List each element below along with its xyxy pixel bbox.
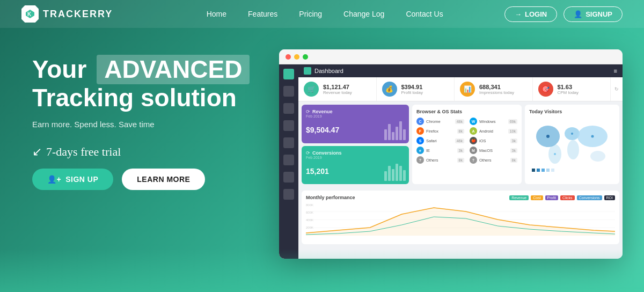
- main-dashboard: Dashboard ≡ 🛒 $1,121.47 Revenue today: [298, 64, 623, 259]
- monthly-legend: Revenue Cost Profit Clicks Conversions R…: [509, 195, 615, 200]
- profit-icon: 💰: [382, 82, 397, 97]
- window-maximize-dot: [303, 54, 308, 60]
- browser-other-icon: ?: [416, 156, 424, 164]
- person-add-icon: 👤+: [47, 175, 61, 184]
- hero-buttons: 👤+ SIGN UP LEARN MORE: [32, 169, 258, 190]
- svg-rect-15: [541, 169, 545, 172]
- browser-os-row: C Chrome 48k F Firefox 8k: [416, 118, 517, 166]
- browser-os-title: Browser & OS Stats: [416, 109, 517, 114]
- learn-more-button[interactable]: LEARN MORE: [122, 169, 205, 190]
- browser-others: ? Others 8k: [416, 156, 464, 164]
- sidebar-icon-settings: [283, 103, 294, 114]
- stat-revenue: 🛒 $1,121.47 Revenue today: [298, 77, 377, 101]
- stat-cpm: 🎯 $1.63 CPM today: [533, 77, 611, 101]
- person-plus-icon: 👤: [574, 10, 582, 18]
- nav-actions: → LOGIN 👤 SIGNUP: [504, 6, 623, 22]
- svg-point-11: [591, 135, 594, 138]
- nav-changelog[interactable]: Change Log: [343, 10, 384, 18]
- visitors-title: Today Visitors: [529, 109, 615, 114]
- login-icon: →: [515, 10, 522, 18]
- charts-area: ⟳ Revenue Feb 2019 $9,504.47: [298, 101, 623, 187]
- nav-links: Home Features Pricing Change Log Contact…: [145, 10, 504, 18]
- revenue-chart: ⟳ Revenue Feb 2019 $9,504.47: [302, 105, 409, 143]
- dash-logo-small: [304, 67, 311, 75]
- stats-row: 🛒 $1,121.47 Revenue today 💰 $394.91 Prof…: [298, 77, 623, 101]
- world-map: [529, 118, 615, 177]
- os-column: W Windows 69k A Android 10k: [470, 118, 517, 166]
- conversions-chart-bars: [384, 164, 406, 181]
- impressions-value: 688,341: [479, 84, 514, 90]
- macos-icon: M: [470, 147, 477, 154]
- hero-headline: Your ADVANCED Tracking solution: [32, 55, 258, 111]
- nav-pricing[interactable]: Pricing: [299, 10, 322, 18]
- sidebar-icon-gear: [283, 189, 294, 200]
- browser-firefox: F Firefox 8k: [416, 127, 464, 135]
- sidebar-icon-stats: [283, 120, 294, 131]
- logo[interactable]: K TRACKERRY: [21, 5, 113, 23]
- logo-text: TRACKERRY: [43, 9, 113, 20]
- nav-features[interactable]: Features: [248, 10, 277, 18]
- cpm-icon: 🎯: [538, 82, 553, 97]
- svg-point-9: [546, 135, 550, 138]
- svg-text:K: K: [27, 11, 32, 17]
- monthly-section: Monthly performance Revenue Cost Profit …: [302, 191, 619, 244]
- os-android: A Android 10k: [470, 127, 517, 135]
- navbar: K TRACKERRY Home Features Pricing Change…: [0, 0, 644, 28]
- legend-revenue: Revenue: [509, 195, 529, 200]
- hero-signup-button[interactable]: 👤+ SIGN UP: [32, 169, 113, 190]
- window-minimize-dot: [294, 54, 299, 60]
- legend-conversions: Conversions: [577, 195, 602, 200]
- revenue-value: $1,121.47: [323, 84, 352, 90]
- nav-home[interactable]: Home: [207, 10, 226, 18]
- chrome-icon: C: [416, 118, 424, 125]
- sidebar-icon-person: [283, 172, 294, 182]
- android-icon: A: [470, 127, 477, 135]
- free-trial-label: ↙ 7-days free trial: [32, 145, 258, 159]
- sidebar-icon-users: [283, 137, 294, 148]
- browsers-column: C Chrome 48k F Firefox 8k: [416, 118, 464, 166]
- impressions-label: Impressions today: [479, 90, 514, 95]
- conversions-chart-title: Conversions: [312, 150, 342, 156]
- ie-icon: e: [416, 147, 424, 154]
- hero-section: Your ADVANCED Tracking solution Earn mor…: [0, 28, 644, 292]
- legend-profit: Profit: [545, 195, 558, 200]
- browser-ie: e IE 3k: [416, 147, 464, 154]
- refresh-icon[interactable]: ↻: [611, 77, 623, 101]
- sidebar-icon-home: [283, 69, 294, 79]
- stat-impressions: 📊 688,341 Impressions today: [455, 77, 533, 101]
- hero-right: Dashboard ≡ 🛒 $1,121.47 Revenue today: [279, 44, 623, 281]
- sidebar-icon-plus: [283, 155, 294, 165]
- svg-point-6: [590, 151, 605, 162]
- os-windows: W Windows 69k: [470, 118, 517, 125]
- nav-contact[interactable]: Contact Us: [406, 10, 443, 18]
- svg-point-12: [554, 153, 556, 155]
- dashboard-window: Dashboard ≡ 🛒 $1,121.47 Revenue today: [279, 49, 623, 259]
- login-button[interactable]: → LOGIN: [504, 6, 557, 22]
- revenue-chart-sub: Feb 2019: [306, 114, 405, 118]
- impressions-icon: 📊: [460, 82, 475, 97]
- chart-left: ⟳ Revenue Feb 2019 $9,504.47: [302, 105, 409, 184]
- dashboard-title: Dashboard: [314, 68, 343, 74]
- svg-rect-17: [551, 169, 554, 172]
- ios-icon: 🍎: [470, 137, 477, 144]
- os-ios: 🍎 iOS 3k: [470, 137, 517, 144]
- firefox-icon: F: [416, 127, 424, 135]
- revenue-icon: 🛒: [304, 82, 319, 97]
- profit-label: Profit today: [401, 90, 423, 95]
- signup-button-nav[interactable]: 👤 SIGNUP: [564, 6, 623, 22]
- dash-menu-icon: ≡: [614, 68, 617, 74]
- profit-value: $394.91: [401, 84, 423, 90]
- os-others: ? Others 8k: [470, 156, 517, 164]
- window-close-dot: [286, 54, 291, 60]
- dashboard-body: Dashboard ≡ 🛒 $1,121.47 Revenue today: [279, 64, 623, 259]
- legend-clicks: Clicks: [560, 195, 575, 200]
- sidebar-icon-chart: [283, 86, 294, 97]
- legend-cost: Cost: [531, 195, 543, 200]
- hero-subtext: Earn more. Spend less. Save time: [32, 120, 258, 129]
- browser-chrome: C Chrome 48k: [416, 118, 464, 125]
- safari-icon: S: [416, 137, 424, 144]
- svg-rect-16: [546, 169, 550, 172]
- dashboard-sidebar: [279, 64, 298, 259]
- os-other-icon: ?: [470, 156, 477, 164]
- hero-left: Your ADVANCED Tracking solution Earn mor…: [32, 44, 258, 281]
